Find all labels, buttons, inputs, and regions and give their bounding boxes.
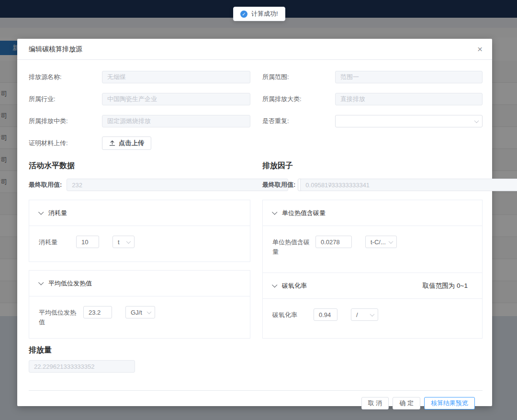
source-name-row: 排放源名称:	[29, 71, 250, 83]
consumption-field-label: 消耗量	[39, 236, 76, 247]
heating-value-field-label: 平均低位发热值	[39, 306, 76, 327]
chevron-down-icon	[389, 239, 393, 244]
activity-final-input	[67, 179, 288, 191]
scope-input	[335, 71, 483, 83]
carbon-content-field-label: 单位热值含碳量	[272, 236, 310, 256]
consumption-unit-value: t	[118, 238, 120, 246]
carbon-content-panel-title: 单位热值含碳量	[282, 209, 326, 217]
carbon-content-panel-header[interactable]: 单位热值含碳量	[263, 200, 482, 226]
consumption-panel: 消耗量 消耗量 t	[29, 200, 250, 262]
upload-row: 证明材料上传: 点击上传	[29, 137, 250, 149]
industry-label: 所属行业:	[29, 95, 102, 103]
oxidation-rate-panel: 碳氧化率 取值范围为 0~1 碳氧化率 /	[262, 273, 483, 339]
upload-button[interactable]: 点击上传	[102, 136, 151, 150]
factor-final-row: 最终取用值: tCO₂/GJ	[262, 179, 483, 191]
duplicate-row: 是否重复:	[262, 115, 483, 127]
consumption-input[interactable]	[76, 236, 99, 248]
heating-value-unit-select[interactable]: GJ/t	[125, 306, 155, 318]
heating-value-input[interactable]	[83, 306, 112, 318]
heating-value-panel-body: 平均低位发热值 GJ/t	[29, 296, 250, 336]
check-circle-icon: ✓	[240, 11, 247, 18]
consumption-panel-body: 消耗量 t	[29, 226, 250, 258]
chevron-down-icon	[147, 309, 152, 314]
success-toast: ✓ 计算成功!	[233, 7, 285, 21]
activity-section: 活动水平数据 最终取用值: GJ 消耗量 消耗量	[29, 159, 250, 339]
major-category-label: 所属排放大类:	[262, 95, 335, 103]
edit-emission-source-dialog: 编辑碳核算排放源 × 排放源名称: 所属行业: 所属排放中类: 证明材	[17, 39, 492, 406]
heating-value-panel: 平均低位发热值 平均低位发热值 GJ/t	[29, 270, 250, 339]
data-sections: 活动水平数据 最终取用值: GJ 消耗量 消耗量	[29, 159, 483, 339]
collapse-chevron-icon	[272, 282, 277, 287]
major-category-input	[335, 93, 483, 105]
emission-amount-input	[29, 360, 135, 373]
major-category-row: 所属排放大类:	[262, 93, 483, 105]
dialog-footer: 取 消 确 定 核算结果预览	[29, 390, 483, 409]
upload-icon	[109, 140, 115, 147]
carbon-content-panel: 单位热值含碳量 单位热值含碳量 t-C/...	[262, 200, 483, 273]
factor-final-input	[300, 179, 517, 191]
consumption-unit-select[interactable]: t	[112, 236, 135, 248]
carbon-content-input[interactable]	[315, 236, 352, 248]
dialog-header: 编辑碳核算排放源 ×	[17, 39, 492, 60]
form-right-column: 所属范围: 所属排放大类: 是否重复:	[262, 71, 483, 159]
carbon-content-unit-value: t-C/...	[371, 238, 386, 246]
collapse-chevron-icon	[38, 209, 44, 215]
heating-value-unit-value: GJ/t	[131, 309, 142, 316]
emission-title: 排放量	[29, 345, 483, 355]
oxidation-rate-panel-header[interactable]: 碳氧化率 取值范围为 0~1	[263, 273, 482, 299]
activity-final-label: 最终取用值:	[29, 181, 62, 189]
dialog-title: 编辑碳核算排放源	[29, 45, 82, 54]
cancel-button[interactable]: 取 消	[361, 397, 389, 409]
collapse-chevron-icon	[272, 209, 277, 215]
medium-category-input	[102, 115, 250, 127]
duplicate-select[interactable]	[335, 115, 483, 127]
industry-row: 所属行业:	[29, 93, 250, 105]
upload-button-label: 点击上传	[119, 139, 144, 148]
medium-category-row: 所属排放中类:	[29, 115, 250, 127]
result-preview-button[interactable]: 核算结果预览	[424, 397, 475, 409]
activity-final-row: 最终取用值: GJ	[29, 179, 250, 191]
source-name-input	[102, 71, 250, 83]
basic-info-form: 排放源名称: 所属行业: 所属排放中类: 证明材料上传:	[29, 71, 483, 159]
industry-input	[102, 93, 250, 105]
activity-section-title: 活动水平数据	[29, 161, 250, 171]
factor-section-title: 排放因子	[262, 161, 483, 171]
collapse-chevron-icon	[38, 280, 44, 285]
dialog-body: 排放源名称: 所属行业: 所属排放中类: 证明材料上传:	[17, 60, 492, 409]
factor-section: 排放因子 最终取用值: tCO₂/GJ 单位热值含碳量 单位热值含碳	[262, 159, 483, 339]
factor-final-label: 最终取用值:	[262, 181, 295, 189]
oxidation-rate-unit-select[interactable]: /	[351, 308, 378, 321]
chevron-down-icon	[370, 312, 375, 317]
close-icon[interactable]: ×	[477, 45, 483, 54]
consumption-panel-title: 消耗量	[48, 209, 67, 217]
chevron-down-icon	[126, 239, 131, 244]
oxidation-rate-range-note: 取值范围为 0~1	[423, 282, 472, 290]
oxidation-rate-input[interactable]	[314, 308, 337, 321]
upload-label: 证明材料上传:	[29, 139, 102, 148]
oxidation-rate-panel-title: 碳氧化率	[282, 282, 307, 290]
carbon-content-unit-select[interactable]: t-C/...	[365, 236, 397, 248]
heating-value-panel-header[interactable]: 平均低位发热值	[29, 271, 250, 296]
scope-row: 所属范围:	[262, 71, 483, 83]
scope-label: 所属范围:	[262, 73, 335, 81]
oxidation-rate-unit-value: /	[356, 311, 358, 318]
duplicate-label: 是否重复:	[262, 117, 335, 125]
confirm-button[interactable]: 确 定	[393, 397, 420, 409]
oxidation-rate-field-label: 碳氧化率	[272, 308, 310, 320]
source-name-label: 排放源名称:	[29, 73, 102, 81]
carbon-content-panel-body: 单位热值含碳量 t-C/...	[263, 226, 482, 266]
consumption-panel-header[interactable]: 消耗量	[29, 200, 250, 226]
oxidation-rate-panel-body: 碳氧化率 /	[263, 299, 482, 330]
form-left-column: 排放源名称: 所属行业: 所属排放中类: 证明材料上传:	[29, 71, 250, 159]
heating-value-panel-title: 平均低位发热值	[48, 279, 92, 288]
toast-message: 计算成功!	[251, 10, 278, 18]
chevron-down-icon	[474, 118, 479, 123]
medium-category-label: 所属排放中类:	[29, 117, 102, 125]
